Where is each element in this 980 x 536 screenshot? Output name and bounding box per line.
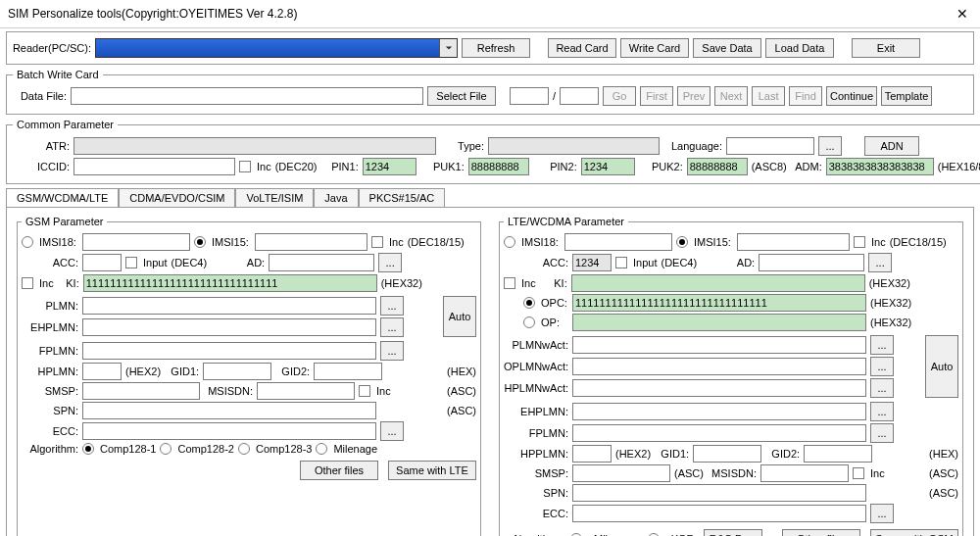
find-button[interactable]: Find bbox=[789, 86, 822, 106]
lte-auto-button[interactable]: Auto bbox=[925, 335, 958, 398]
lte-plmnwact-dots-button[interactable]: ... bbox=[870, 335, 894, 355]
gsm-plmn-dots-button[interactable]: ... bbox=[380, 296, 404, 316]
last-button[interactable]: Last bbox=[752, 86, 785, 106]
gsm-algo-mil-radio[interactable] bbox=[316, 443, 327, 455]
go-button[interactable]: Go bbox=[603, 86, 636, 106]
lte-ki-input[interactable] bbox=[571, 274, 865, 292]
lte-op-input[interactable] bbox=[572, 314, 866, 331]
lte-hplmnwact-input[interactable] bbox=[572, 379, 866, 397]
batch-pos-input[interactable] bbox=[510, 87, 549, 105]
language-input[interactable] bbox=[726, 137, 814, 155]
gsm-algo-c1-radio[interactable] bbox=[82, 443, 94, 455]
gsm-imsi15-input[interactable] bbox=[255, 233, 368, 251]
lte-rcpara-button[interactable]: R&C Para bbox=[704, 529, 762, 536]
gsm-smsp-input[interactable] bbox=[82, 382, 200, 400]
lte-smsp-input[interactable] bbox=[572, 464, 670, 482]
lte-imsi15-radio[interactable] bbox=[676, 236, 688, 248]
iccid-inc-checkbox[interactable] bbox=[239, 161, 251, 172]
pin1-input[interactable]: 1234 bbox=[363, 158, 416, 175]
gsm-imsi-inc-checkbox[interactable] bbox=[371, 236, 383, 248]
lte-op-radio[interactable] bbox=[523, 317, 535, 328]
tab-cdma[interactable]: CDMA/EVDO/CSIM bbox=[119, 188, 235, 207]
next-button[interactable]: Next bbox=[714, 86, 748, 106]
lte-ki-inc-checkbox[interactable] bbox=[504, 277, 515, 289]
gsm-input-checkbox[interactable] bbox=[125, 257, 137, 268]
gsm-gid1-input[interactable] bbox=[203, 363, 271, 380]
tab-gsm[interactable]: GSM/WCDMA/LTE bbox=[6, 188, 119, 207]
gsm-hplmn-input[interactable] bbox=[82, 363, 122, 380]
gsm-imsi18-radio[interactable] bbox=[22, 236, 33, 248]
continue-button[interactable]: Continue bbox=[826, 86, 877, 106]
language-dots-button[interactable]: ... bbox=[818, 136, 842, 156]
gsm-msisdn-input[interactable] bbox=[257, 382, 355, 400]
lte-oplmnwact-dots-button[interactable]: ... bbox=[870, 357, 894, 376]
lte-hpplmn-input[interactable] bbox=[572, 445, 612, 463]
lte-imsi15-input[interactable] bbox=[737, 233, 850, 251]
gsm-imsi18-input[interactable] bbox=[82, 233, 190, 251]
gsm-imsi15-radio[interactable] bbox=[194, 236, 206, 248]
lte-ad-dots-button[interactable]: ... bbox=[868, 253, 892, 272]
lte-ad-input[interactable] bbox=[759, 254, 864, 271]
lte-opc-input[interactable]: 11111111111111111111111111111111 bbox=[572, 294, 866, 312]
gsm-ad-input[interactable] bbox=[269, 254, 374, 271]
gsm-same-with-lte-button[interactable]: Same with LTE bbox=[388, 461, 476, 480]
lte-ehplmn-input[interactable] bbox=[572, 403, 866, 420]
prev-button[interactable]: Prev bbox=[677, 86, 710, 106]
gsm-algo-c2-radio[interactable] bbox=[160, 443, 172, 455]
puk2-input[interactable]: 88888888 bbox=[687, 158, 748, 175]
gsm-ecc-dots-button[interactable]: ... bbox=[380, 421, 404, 441]
lte-other-files-button[interactable]: Other files bbox=[782, 529, 860, 536]
lte-ecc-input[interactable] bbox=[572, 505, 866, 522]
gsm-spn-input[interactable] bbox=[82, 402, 376, 419]
save-data-button[interactable]: Save Data bbox=[693, 38, 761, 58]
exit-button[interactable]: Exit bbox=[852, 38, 920, 58]
refresh-button[interactable]: Refresh bbox=[462, 38, 530, 58]
gsm-ecc-input[interactable] bbox=[82, 422, 376, 440]
reader-dropdown[interactable] bbox=[95, 38, 458, 58]
lte-opc-radio[interactable] bbox=[523, 297, 535, 309]
lte-msisdn-input[interactable] bbox=[760, 464, 849, 482]
lte-input-checkbox[interactable] bbox=[615, 257, 627, 268]
gsm-ki-inc-checkbox[interactable] bbox=[22, 277, 33, 289]
data-file-input[interactable] bbox=[71, 87, 423, 105]
gsm-ad-dots-button[interactable]: ... bbox=[378, 253, 402, 272]
select-file-button[interactable]: Select File bbox=[427, 86, 496, 106]
first-button[interactable]: First bbox=[640, 86, 673, 106]
puk1-input[interactable]: 88888888 bbox=[468, 158, 529, 175]
lte-spn-input[interactable] bbox=[572, 484, 866, 502]
lte-imsi18-radio[interactable] bbox=[504, 236, 515, 248]
lte-fplmn-dots-button[interactable]: ... bbox=[870, 423, 894, 443]
lte-gid2-input[interactable] bbox=[804, 445, 872, 463]
adn-button[interactable]: ADN bbox=[864, 136, 919, 156]
lte-imsi-inc-checkbox[interactable] bbox=[854, 236, 865, 248]
gsm-gid2-input[interactable] bbox=[314, 363, 382, 380]
gsm-ehplmn-input[interactable] bbox=[82, 318, 376, 336]
iccid-input[interactable] bbox=[74, 158, 235, 175]
gsm-plmn-input[interactable] bbox=[82, 297, 376, 315]
gsm-ki-input[interactable]: 11111111111111111111111111111111 bbox=[83, 274, 377, 292]
lte-oplmnwact-input[interactable] bbox=[572, 358, 866, 375]
batch-total-input[interactable] bbox=[560, 87, 599, 105]
lte-hplmnwact-dots-button[interactable]: ... bbox=[870, 378, 894, 398]
close-icon[interactable]: ✕ bbox=[953, 4, 972, 24]
adm-input[interactable]: 3838383838383838 bbox=[826, 158, 934, 175]
gsm-msisdn-inc-checkbox[interactable] bbox=[359, 385, 370, 397]
tab-volte[interactable]: VoLTE/ISIM bbox=[235, 188, 314, 207]
template-button[interactable]: Template bbox=[881, 86, 932, 106]
write-card-button[interactable]: Write Card bbox=[620, 38, 689, 58]
pin2-input[interactable]: 1234 bbox=[581, 158, 635, 175]
lte-imsi18-input[interactable] bbox=[564, 233, 672, 251]
tab-pkcs[interactable]: PKCS#15/AC bbox=[359, 188, 446, 207]
lte-plmnwact-input[interactable] bbox=[572, 336, 866, 354]
gsm-other-files-button[interactable]: Other files bbox=[300, 461, 378, 480]
lte-msisdn-inc-checkbox[interactable] bbox=[853, 467, 864, 479]
lte-ecc-dots-button[interactable]: ... bbox=[870, 504, 894, 523]
read-card-button[interactable]: Read Card bbox=[548, 38, 616, 58]
load-data-button[interactable]: Load Data bbox=[765, 38, 834, 58]
gsm-ehplmn-dots-button[interactable]: ... bbox=[380, 317, 404, 337]
lte-ehplmn-dots-button[interactable]: ... bbox=[870, 402, 894, 421]
tab-java[interactable]: Java bbox=[314, 188, 358, 207]
lte-same-with-gsm-button[interactable]: Same with GSM bbox=[870, 529, 958, 536]
lte-gid1-input[interactable] bbox=[693, 445, 761, 463]
gsm-algo-c3-radio[interactable] bbox=[238, 443, 250, 455]
